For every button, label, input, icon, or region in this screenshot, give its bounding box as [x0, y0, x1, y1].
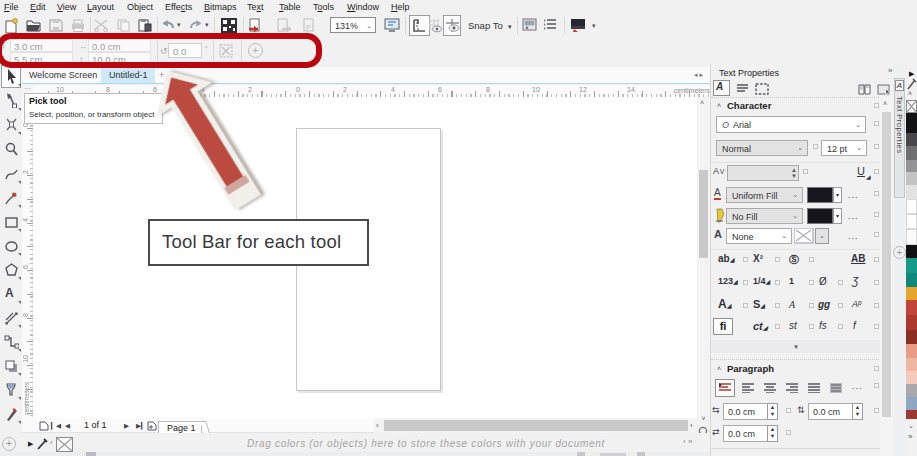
svg-text:P: P	[306, 24, 311, 31]
